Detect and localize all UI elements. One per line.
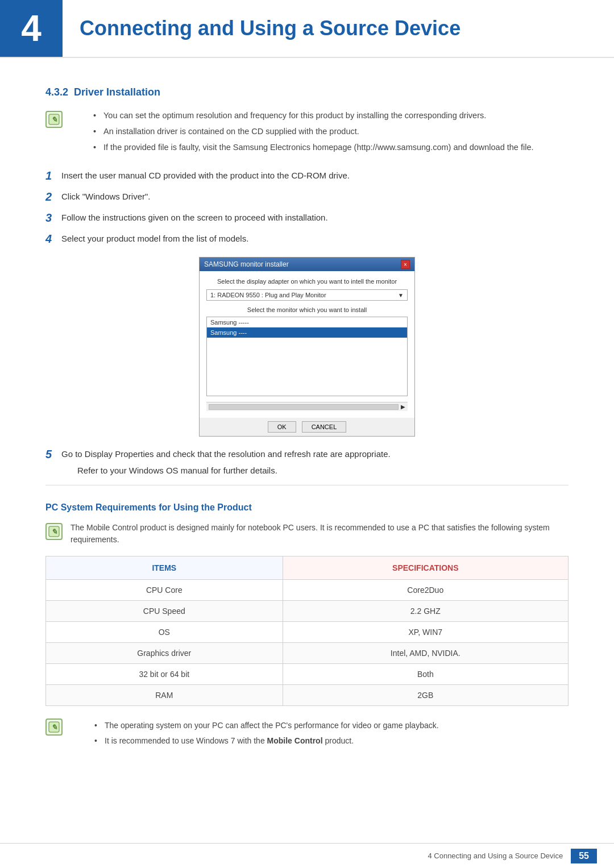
table-header-specs: SPECIFICATIONS: [283, 556, 568, 580]
svg-text:✎: ✎: [51, 528, 57, 536]
dialog-container: SAMSUNG monitor installer × Select the d…: [45, 257, 569, 437]
section-heading: 4.3.2 Driver Installation: [45, 86, 569, 98]
dialog-list-item-2[interactable]: Samsung ----: [207, 327, 407, 338]
table-row: RAM2GB: [46, 685, 569, 706]
bottom-note-icon: ✎: [45, 719, 64, 737]
pc-note-text: The Mobile Control product is designed m…: [70, 522, 569, 546]
step-3-text: Follow the instructions given on the scr…: [61, 211, 569, 225]
section-divider: [45, 485, 569, 485]
chapter-number-block: 4: [0, 0, 63, 57]
header-title-area: Connecting and Using a Source Device: [63, 0, 614, 57]
specs-table: ITEMS SPECIFICATIONS CPU CoreCore2DuoCPU…: [45, 556, 569, 706]
dialog-buttons: OK CANCEL: [200, 418, 414, 436]
note-item-1: You can set the optimum resolution and f…: [93, 110, 534, 122]
table-cell-spec: Both: [283, 664, 568, 685]
svg-text:✎: ✎: [51, 723, 57, 732]
table-header-items: ITEMS: [46, 556, 283, 580]
table-cell-item: CPU Core: [46, 580, 283, 601]
dialog-label-2: Select the monitor which you want to ins…: [206, 306, 408, 313]
table-cell-item: Graphics driver: [46, 643, 283, 664]
page-footer: 4 Connecting and Using a Source Device 5…: [0, 843, 614, 868]
bottom-notes: ✎ The operating system on your PC can af…: [45, 717, 569, 750]
page-title: Connecting and Using a Source Device: [80, 16, 460, 40]
table-cell-item: 32 bit or 64 bit: [46, 664, 283, 685]
table-row: OSXP, WIN7: [46, 622, 569, 643]
dialog-title: SAMSUNG monitor installer: [204, 260, 289, 268]
bottom-note-2: It is recommended to use Windows 7 with …: [94, 735, 439, 747]
dialog-label-1: Select the display adapter on which you …: [206, 278, 408, 285]
step-4: 4 Select your product model from the lis…: [45, 232, 569, 246]
bottom-note-2-suffix: product.: [323, 736, 354, 745]
chapter-number: 4: [21, 10, 42, 47]
step-5-sub: Refer to your Windows OS manual for furt…: [77, 464, 569, 477]
dialog-body: Select the display adapter on which you …: [200, 271, 414, 418]
dialog-list: Samsung ----- Samsung ----: [206, 317, 408, 396]
step-3-number: 3: [45, 211, 61, 225]
dropdown-arrow-icon: ▼: [398, 292, 404, 298]
table-cell-item: CPU Speed: [46, 601, 283, 622]
note-item-3: If the provided file is faulty, visit th…: [93, 142, 534, 154]
bottom-note-block: ✎ The operating system on your PC can af…: [45, 717, 569, 750]
table-cell-spec: XP, WIN7: [283, 622, 568, 643]
bottom-note-1: The operating system on your PC can affe…: [94, 720, 439, 732]
section-title: Driver Installation: [74, 86, 160, 98]
footer-text: 4 Connecting and Using a Source Device: [428, 852, 563, 860]
section-number: 4.3.2: [45, 86, 68, 98]
step-2-number: 2: [45, 190, 61, 203]
pencil-icon: ✎: [48, 114, 60, 125]
note-icon-inner: ✎: [45, 111, 63, 128]
table-cell-item: RAM: [46, 685, 283, 706]
table-row: CPU Speed2.2 GHZ: [46, 601, 569, 622]
step-4-text: Select your product model from the list …: [61, 232, 569, 246]
scrollbar-right-arrow-icon: ▶: [399, 404, 405, 410]
dialog-ok-button[interactable]: OK: [268, 421, 296, 433]
dialog-scrollbar-track[interactable]: [209, 404, 399, 410]
note-item-2: An installation driver is contained on t…: [93, 126, 534, 138]
svg-text:✎: ✎: [51, 115, 57, 124]
step-1: 1 Insert the user manual CD provided wit…: [45, 169, 569, 182]
step-1-text: Insert the user manual CD provided with …: [61, 169, 569, 182]
dialog-cancel-button[interactable]: CANCEL: [302, 421, 347, 433]
main-content: 4.3.2 Driver Installation ✎ You can set …: [0, 75, 614, 798]
table-cell-spec: 2GB: [283, 685, 568, 706]
step-4-number: 4: [45, 232, 61, 246]
table-cell-item: OS: [46, 622, 283, 643]
note-icon: ✎: [45, 111, 64, 129]
bottom-note-2-bold: Mobile Control: [267, 736, 323, 745]
step-5: 5 Go to Display Properties and check tha…: [45, 448, 569, 477]
step-3: 3 Follow the instructions given on the s…: [45, 211, 569, 225]
samsung-installer-dialog: SAMSUNG monitor installer × Select the d…: [199, 257, 415, 437]
table-cell-spec: Core2Duo: [283, 580, 568, 601]
table-row: Graphics driverIntel, AMD, NVIDIA.: [46, 643, 569, 664]
dialog-scrollbar-row: ▶: [206, 402, 408, 411]
footer-page-number: 55: [571, 849, 597, 863]
table-row: 32 bit or 64 bitBoth: [46, 664, 569, 685]
notes-list: You can set the optimum resolution and f…: [93, 110, 534, 157]
step-5-number: 5: [45, 448, 61, 461]
step-2-text: Click "Windows Driver".: [61, 190, 569, 203]
bottom-note-pencil-icon: ✎: [48, 721, 60, 733]
step-5-text: Go to Display Properties and check that …: [61, 449, 391, 459]
dialog-dropdown[interactable]: 1: RADEON 9550 : Plug and Play Monitor ▼: [206, 289, 408, 301]
pc-note-icon-inner: ✎: [45, 523, 63, 540]
table-cell-spec: 2.2 GHZ: [283, 601, 568, 622]
dialog-titlebar: SAMSUNG monitor installer ×: [200, 258, 414, 271]
pc-note-icon: ✎: [45, 523, 64, 541]
table-row: CPU CoreCore2Duo: [46, 580, 569, 601]
step-2: 2 Click "Windows Driver".: [45, 190, 569, 203]
table-cell-spec: Intel, AMD, NVIDIA.: [283, 643, 568, 664]
bottom-bullet-list: The operating system on your PC can affe…: [94, 720, 439, 750]
note-block: ✎ You can set the optimum resolution and…: [45, 110, 569, 165]
step-1-number: 1: [45, 169, 61, 182]
page-header: 4 Connecting and Using a Source Device: [0, 0, 614, 58]
pc-section-heading: PC System Requirements for Using the Pro…: [45, 502, 569, 513]
bottom-note-icon-inner: ✎: [45, 719, 63, 736]
bottom-note-2-prefix: It is recommended to use Windows 7 with …: [105, 736, 267, 745]
dialog-close-button[interactable]: ×: [401, 260, 410, 269]
pc-note-pencil-icon: ✎: [48, 526, 60, 537]
dialog-dropdown-text: 1: RADEON 9550 : Plug and Play Monitor: [210, 292, 326, 298]
dialog-list-item-1[interactable]: Samsung -----: [207, 317, 407, 327]
pc-note-block: ✎ The Mobile Control product is designed…: [45, 522, 569, 546]
